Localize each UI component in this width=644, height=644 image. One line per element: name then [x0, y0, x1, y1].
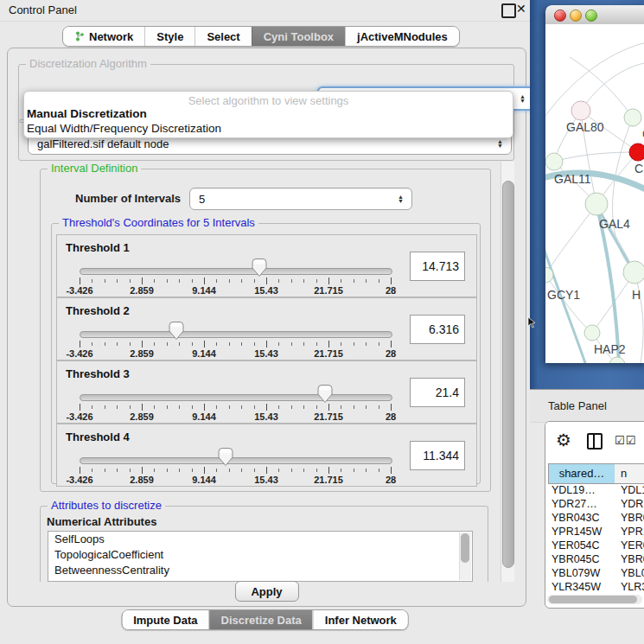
network-window[interactable]: GAL80GCGAL11GAL4GCY1HHAP2: [545, 5, 644, 363]
thresholds-group-title: Threshold's Coordinates for 5 Intervals: [59, 216, 258, 229]
tick-label: 28: [386, 348, 396, 359]
attribute-list-item[interactable]: SelfLoops: [48, 532, 472, 547]
tick-label: 21.715: [314, 348, 343, 359]
network-node-green[interactable]: [585, 193, 608, 215]
threshold-label: Threshold 2: [66, 304, 130, 317]
slider-tick-labels: -3.4262.8599.14415.4321.71528: [80, 348, 391, 359]
attributes-scrollbar-thumb[interactable]: [461, 533, 469, 563]
table-hscrollbar-thumb[interactable]: [549, 596, 637, 603]
cell-shared-name: YLR345W: [552, 580, 601, 594]
table-toolbar: ⚙ ☑☑: [545, 422, 644, 461]
table-row[interactable]: YER054CYER0: [548, 539, 644, 552]
float-window-icon[interactable]: [501, 3, 516, 18]
close-traffic-light-icon[interactable]: [554, 10, 566, 22]
tab-style[interactable]: Style: [144, 27, 194, 46]
checkboxes-icon[interactable]: ☑☑: [615, 434, 636, 447]
tab-infer-network[interactable]: Infer Network: [313, 610, 408, 629]
attribute-list-item[interactable]: BetweennessCentrality: [48, 563, 472, 578]
threshold-value-field[interactable]: 6.316: [410, 315, 465, 344]
slider-thumb[interactable]: [169, 322, 184, 340]
slider-track[interactable]: [80, 268, 392, 275]
threshold-value-field[interactable]: 21.4: [410, 378, 465, 407]
threshold-value-field[interactable]: 14.713: [410, 252, 465, 281]
slider-track[interactable]: [80, 331, 392, 338]
network-node-red[interactable]: [629, 143, 644, 161]
table-row[interactable]: YBL079WYBL0: [548, 566, 644, 580]
slider-track[interactable]: [80, 457, 392, 464]
cell-shared-name: YBR045C: [552, 552, 600, 566]
tick-label: 28: [386, 285, 396, 296]
cell-name: YBL0: [621, 566, 644, 580]
slider-thumb[interactable]: [252, 258, 267, 277]
attribute-list-item[interactable]: TopologicalCoefficient: [48, 547, 472, 563]
tab-label: Style: [156, 30, 183, 43]
column-header-shared-name[interactable]: shared…: [548, 464, 615, 483]
network-node-green[interactable]: [623, 261, 644, 284]
slider-track[interactable]: [80, 394, 392, 401]
dropdown-prompt: Select algorithm to view settings: [24, 94, 513, 107]
network-node-green[interactable]: [609, 357, 625, 363]
node-label-GAL80: GAL80: [566, 120, 604, 134]
dropdown-option[interactable]: Equal Width/Frequency Discretization: [27, 122, 221, 135]
zoom-traffic-light-icon[interactable]: [585, 10, 597, 22]
slider-thumb[interactable]: [317, 385, 333, 403]
column-header-name[interactable]: n: [615, 464, 644, 483]
control-panel-titlebar: Control Panel ✕: [0, 0, 530, 22]
tick-label: -3.426: [66, 348, 92, 359]
threshold-panel-4: Threshold 4-3.4262.8599.14415.4321.71528…: [56, 424, 477, 487]
tab-jactivemnodules[interactable]: jActiveMNodules: [345, 27, 459, 46]
tick-label: 2.859: [130, 285, 154, 296]
numerical-attributes-list[interactable]: SelfLoopsTopologicalCoefficientBetweenne…: [48, 531, 473, 582]
panel-title: Control Panel: [9, 3, 77, 16]
tab-select[interactable]: Select: [194, 27, 251, 46]
table-row[interactable]: YDR27…YDR2: [548, 497, 644, 511]
tab-label: Select: [207, 30, 239, 43]
network-node-green[interactable]: [545, 153, 563, 170]
network-node-green[interactable]: [624, 109, 641, 126]
tab-cyni-toolbox[interactable]: Cyni Toolbox: [252, 27, 345, 46]
table-panel-header: Table Panel: [530, 389, 644, 423]
tick-label: -3.426: [66, 285, 92, 296]
table-row[interactable]: YBR043CYBR0: [548, 511, 644, 525]
network-window-titlebar[interactable]: [545, 5, 644, 25]
num-intervals-label: Number of Intervals: [75, 192, 181, 205]
minimize-traffic-light-icon[interactable]: [570, 10, 582, 22]
table-row[interactable]: YBR045CYBR0: [548, 552, 644, 566]
network-graph: GAL80GCGAL11GAL4GCY1HHAP2: [545, 24, 644, 363]
network-node-pink[interactable]: [571, 101, 590, 120]
cell-name: YPR1: [621, 525, 644, 539]
slider-ticks: [80, 404, 391, 411]
table-row[interactable]: YPR145WYPR1: [548, 525, 644, 539]
tab-discretize-data[interactable]: Discretize Data: [209, 610, 313, 629]
apply-button-label: Apply: [251, 585, 282, 598]
mouse-cursor: [527, 316, 536, 328]
tick-label: 21.715: [314, 411, 343, 422]
tick-label: 9.144: [192, 348, 216, 359]
dropdown-option[interactable]: Manual Discretization: [27, 107, 147, 120]
slider-thumb[interactable]: [218, 448, 233, 466]
table-row[interactable]: YDL19…YDL1: [548, 483, 644, 497]
interval-definition-group: Interval Definition Number of Intervals …: [40, 169, 491, 492]
tab-label: Discretize Data: [221, 614, 302, 627]
tab-impute-data[interactable]: Impute Data: [122, 610, 208, 629]
close-icon[interactable]: ✕: [516, 2, 526, 16]
settings-scrollbar[interactable]: [501, 162, 514, 582]
node-label-GAL4: GAL4: [599, 217, 630, 231]
num-intervals-combobox[interactable]: 5 ▲▼: [189, 188, 412, 210]
apply-button[interactable]: Apply: [234, 581, 298, 602]
network-node-green[interactable]: [584, 325, 600, 341]
network-canvas[interactable]: GAL80GCGAL11GAL4GCY1HHAP2: [545, 24, 644, 363]
columns-icon[interactable]: [587, 433, 603, 450]
gear-icon[interactable]: ⚙: [556, 430, 571, 450]
tick-label: -3.426: [66, 411, 92, 422]
threshold-value-field[interactable]: 11.344: [410, 441, 465, 470]
algorithm-group-title: Discretization Algorithm: [26, 57, 150, 70]
attributes-group: Attributes to discretize Numerical Attri…: [40, 506, 488, 582]
threshold-label: Threshold 1: [66, 241, 130, 254]
table-hscrollbar[interactable]: [547, 595, 642, 604]
node-label-C: C: [634, 162, 643, 175]
settings-scrollbar-thumb[interactable]: [502, 181, 514, 568]
attributes-scrollbar[interactable]: [459, 532, 471, 580]
tab-network[interactable]: Network: [63, 27, 144, 46]
table-row[interactable]: YLR345WYLR3: [548, 580, 644, 594]
